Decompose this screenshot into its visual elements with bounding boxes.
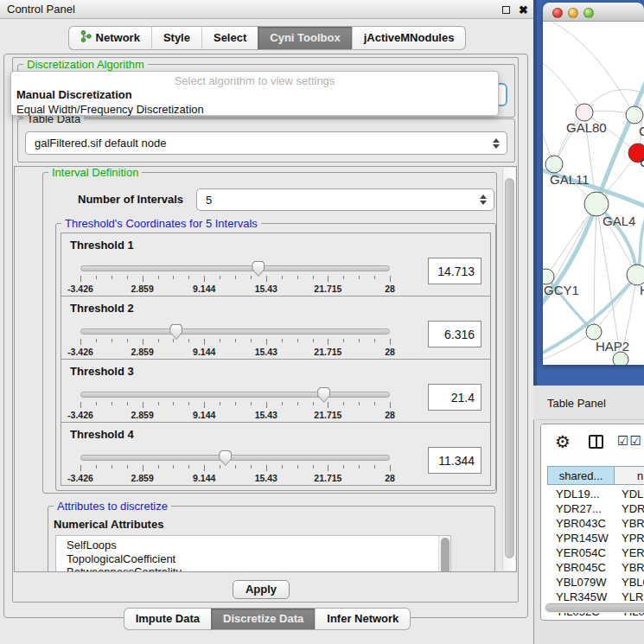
threshold-label: Threshold 1	[70, 239, 134, 252]
slider-ticks	[80, 402, 390, 409]
tab-jactivemnodules[interactable]: jActiveMNodules	[352, 26, 467, 50]
algorithm-option-equal-width[interactable]: Equal Width/Frequency Discretization	[16, 103, 204, 116]
network-node[interactable]	[613, 352, 628, 365]
cell-shared-name: YPR145W	[547, 531, 614, 545]
algorithm-option-manual[interactable]: Manual Discretization	[16, 88, 132, 101]
slider-thumb[interactable]	[169, 324, 182, 340]
minimize-traffic-light-icon[interactable]	[568, 8, 578, 18]
network-window-titlebar[interactable]	[543, 3, 644, 22]
attributes-group-title: Attributes to discretize	[54, 500, 171, 513]
cell-name: YER0	[614, 545, 644, 560]
combo-spinner-icon	[480, 194, 487, 205]
table-row[interactable]: YDR27...YDR2	[547, 501, 644, 516]
slider-thumb[interactable]	[219, 450, 232, 466]
threshold-label: Threshold 2	[70, 302, 134, 315]
table-row[interactable]: YBR045CYBR0	[547, 560, 644, 575]
zoom-traffic-light-icon[interactable]	[583, 8, 594, 18]
cell-name: YBR0	[614, 516, 644, 531]
tab-label: Style	[163, 31, 190, 44]
table-row[interactable]: YBR043CYBR0	[547, 516, 644, 531]
network-canvas[interactable]: GAL80GACGAL11GAL4GCY1HHAP2	[543, 22, 644, 365]
table-row[interactable]: YDL19...YDL1	[547, 487, 644, 501]
tab-discretize-data[interactable]: Discretize Data	[211, 608, 315, 630]
table-hscrollbar-thumb[interactable]	[545, 603, 644, 612]
interval-definition-group: Interval Definition Number of Intervals …	[42, 172, 497, 494]
number-of-intervals-combobox[interactable]: 5	[196, 188, 494, 211]
settings-scrollpane: Interval Definition Number of Intervals …	[14, 166, 517, 572]
table-toolbar: ⚙ ☑☑	[541, 424, 644, 464]
table-row[interactable]: YPR145WYPR1	[547, 531, 644, 545]
interval-definition-group-title: Interval Definition	[48, 166, 142, 179]
list-scrollbar[interactable]	[438, 536, 450, 572]
table-panel-window: ⚙ ☑☑ shared... n YDL19...YDL1YDR27...YDR…	[540, 424, 644, 621]
node-label: GAL11	[550, 172, 590, 187]
table-data-combobox[interactable]: galFiltered.sif default node	[25, 131, 507, 155]
tab-label: Discretize Data	[223, 612, 303, 625]
slider-thumb[interactable]	[252, 261, 265, 277]
cell-name: YPR1	[614, 531, 644, 545]
network-node-hap2[interactable]	[586, 324, 602, 340]
table-row[interactable]: YER054CYER0	[547, 545, 644, 560]
number-of-intervals-value: 5	[206, 194, 212, 207]
float-window-icon[interactable]	[502, 6, 510, 14]
settings-scrollbar[interactable]	[502, 168, 515, 571]
list-scrollbar-thumb[interactable]	[441, 538, 450, 572]
control-panel-titlebar[interactable]: Control Panel ✖	[0, 0, 533, 19]
select-columns-checkboxes-icon[interactable]: ☑☑	[617, 433, 642, 449]
network-graph: GAL80GACGAL11GAL4GCY1HHAP2	[543, 22, 644, 365]
threshold-panel-3: Threshold 3-3.4262.8599.14415.4321.71528…	[61, 359, 491, 423]
network-node-ga[interactable]	[626, 106, 643, 124]
threshold-value-field[interactable]: 6.316	[428, 321, 481, 348]
slider-ticks	[80, 276, 390, 283]
combo-spinner-icon	[493, 138, 500, 149]
tab-cyni-toolbox[interactable]: Cyni Toolbox	[258, 26, 351, 50]
list-item[interactable]: SelfLoops	[56, 539, 450, 552]
threshold-panel-2: Threshold 2-3.4262.8599.14415.4321.71528…	[61, 296, 491, 360]
algorithm-dropdown-popup: Select algorithm to view settings Manual…	[10, 71, 499, 116]
columns-icon[interactable]	[589, 435, 603, 449]
gear-icon[interactable]: ⚙	[555, 431, 571, 452]
tab-label: Infer Network	[327, 612, 399, 625]
table-panel-title: Table Panel	[547, 397, 606, 410]
number-of-intervals-label: Number of Intervals	[78, 193, 183, 206]
threshold-value-field[interactable]: 14.713	[428, 258, 481, 284]
cell-shared-name: YBR043C	[547, 516, 614, 531]
numerical-attributes-list[interactable]: SelfLoopsTopologicalCoefficientBetweenne…	[55, 535, 451, 572]
threshold-value-field[interactable]: 21.4	[428, 384, 481, 411]
settings-scrollbar-thumb[interactable]	[505, 178, 514, 558]
tab-select[interactable]: Select	[201, 26, 258, 50]
network-node-gal11[interactable]	[545, 156, 563, 173]
network-tree-icon	[80, 30, 92, 45]
slider-track[interactable]	[80, 392, 390, 398]
slider-track[interactable]	[80, 265, 390, 271]
slider-tick-labels: -3.4262.8599.14415.4321.71528	[80, 473, 390, 482]
tab-style[interactable]: Style	[151, 26, 201, 50]
network-node-gal4[interactable]	[584, 192, 609, 216]
table-panel-header: Table Panel	[533, 386, 644, 420]
table-horizontal-scrollbar[interactable]	[544, 603, 644, 613]
close-icon[interactable]: ✖	[519, 4, 528, 16]
column-header-shared-name[interactable]: shared...	[547, 466, 615, 485]
algorithm-placeholder-option[interactable]: Select algorithm to view settings	[11, 74, 498, 87]
threshold-value-field[interactable]: 11.344	[428, 447, 481, 474]
cell-shared-name: YER054C	[547, 545, 614, 560]
list-item[interactable]: TopologicalCoefficient	[56, 552, 450, 566]
tab-impute-data[interactable]: Impute Data	[124, 608, 211, 630]
attributes-group: Attributes to discretize Numerical Attri…	[48, 506, 495, 572]
bottom-tab-strip: Impute DataDiscretize DataInfer Network	[0, 608, 534, 630]
list-item[interactable]: BetweennessCentrality	[56, 565, 450, 572]
close-traffic-light-icon[interactable]	[552, 8, 563, 18]
threshold-label: Threshold 3	[70, 365, 134, 378]
table-row[interactable]: YBL079WYBL0	[547, 575, 644, 590]
tab-infer-network[interactable]: Infer Network	[315, 608, 411, 630]
slider-track[interactable]	[80, 455, 390, 461]
tab-network[interactable]: Network	[68, 26, 151, 50]
column-header-name[interactable]: n	[615, 466, 644, 485]
node-label: GCY1	[544, 283, 579, 297]
slider-track[interactable]	[80, 328, 390, 335]
table-data-combobox-value: galFiltered.sif default node	[35, 137, 166, 150]
node-label: C	[640, 155, 644, 169]
slider-thumb[interactable]	[317, 387, 330, 403]
network-node-gal80[interactable]	[576, 104, 593, 121]
apply-button[interactable]: Apply	[233, 580, 290, 599]
